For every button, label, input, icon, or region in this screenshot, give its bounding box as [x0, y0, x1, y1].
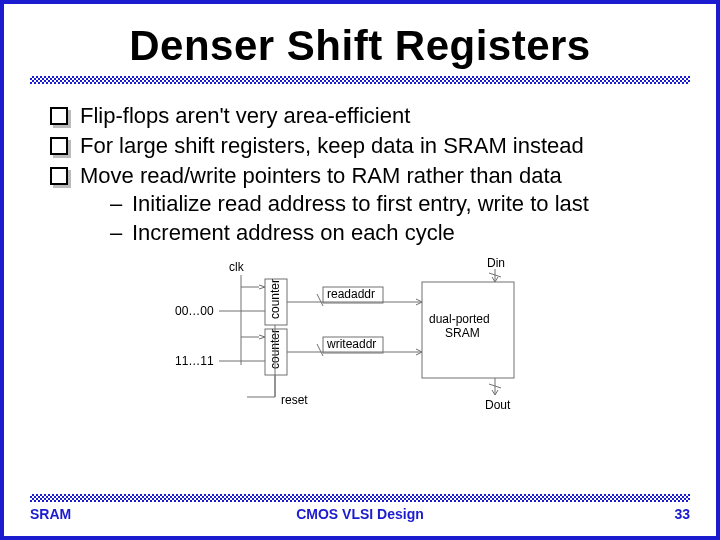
- bullet-item: For large shift registers, keep data in …: [50, 132, 684, 160]
- counter1-label: counter: [268, 279, 282, 319]
- init1-label: 00…00: [175, 304, 214, 318]
- svg-line-15: [317, 344, 323, 356]
- sram-label-2: SRAM: [445, 326, 480, 340]
- footer-row: SRAM CMOS VLSI Design 33: [30, 506, 690, 522]
- reset-label: reset: [281, 393, 308, 407]
- writeaddr-label: writeaddr: [326, 337, 376, 351]
- sub-bullet-text: Increment address on each cycle: [132, 220, 455, 245]
- bullet-item: Flip-flops aren't very area-efficient: [50, 102, 684, 130]
- content-area: Flip-flops aren't very area-efficient Fo…: [50, 102, 684, 427]
- bullet-list: Flip-flops aren't very area-efficient Fo…: [50, 102, 684, 247]
- bullet-item: Move read/write pointers to RAM rather t…: [50, 162, 684, 246]
- footer-right: 33: [470, 506, 690, 522]
- dout-label: Dout: [485, 398, 511, 412]
- sram-label-1: dual-ported: [429, 312, 490, 326]
- bullet-text: For large shift registers, keep data in …: [80, 133, 584, 158]
- slide: Denser Shift Registers Flip-flops aren't…: [0, 0, 720, 540]
- bullet-text: Flip-flops aren't very area-efficient: [80, 103, 410, 128]
- page-title: Denser Shift Registers: [24, 22, 696, 70]
- footer-rule: [30, 494, 690, 502]
- footer: SRAM CMOS VLSI Design 33: [18, 494, 702, 522]
- svg-line-11: [317, 294, 323, 306]
- sub-bullet-item: Initialize read address to first entry, …: [110, 190, 684, 218]
- title-rule: [30, 76, 690, 84]
- block-diagram: clk counter counter 00…00 11…11: [167, 257, 567, 427]
- sub-bullet-item: Increment address on each cycle: [110, 219, 684, 247]
- sub-bullet-text: Initialize read address to first entry, …: [132, 191, 589, 216]
- din-label: Din: [487, 257, 505, 270]
- init2-label: 11…11: [175, 354, 214, 368]
- sub-bullet-list: Initialize read address to first entry, …: [110, 190, 684, 246]
- bullet-text: Move read/write pointers to RAM rather t…: [80, 163, 562, 188]
- clk-label: clk: [229, 260, 245, 274]
- readaddr-label: readaddr: [327, 287, 375, 301]
- footer-center: CMOS VLSI Design: [250, 506, 470, 522]
- footer-left: SRAM: [30, 506, 250, 522]
